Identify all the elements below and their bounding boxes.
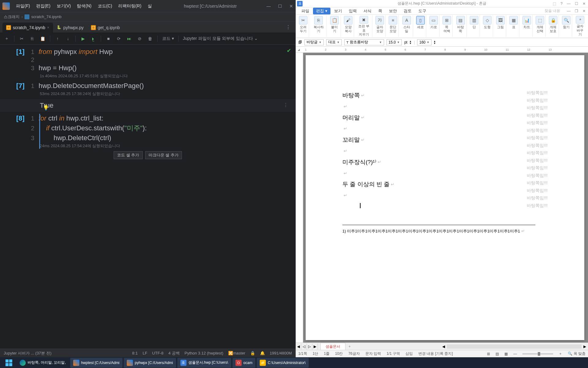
move-up-icon[interactable]: ↑ (55, 36, 61, 42)
menu-refactor[interactable]: 리팩터링(R) (116, 2, 144, 10)
taskbar-pycharm2[interactable]: pyhwpx [C:/Users/Admi (124, 358, 176, 368)
debug-cell-icon[interactable]: ⏵̤ (90, 36, 96, 42)
memory-indicator[interactable]: 1991/4800M (270, 351, 292, 355)
tab-pyhwpx[interactable]: 🐍 pyhwpx.py (53, 23, 87, 33)
menu-code[interactable]: 코드(C) (95, 2, 115, 10)
ribbon-group[interactable]: 📋붙이기 (328, 15, 341, 37)
ribbon-group[interactable]: ◇도형 (482, 15, 493, 37)
document-line[interactable]: 미주장식(?)¹⁾↵ (342, 156, 548, 169)
ribbon-group[interactable]: ⊞쪽여백 (441, 15, 453, 37)
ribbon-group[interactable]: 📊차트 (521, 15, 533, 37)
encoding[interactable]: UTF-8 (152, 351, 164, 355)
tab-first-icon[interactable]: ◀ (296, 343, 301, 350)
run-cell-icon[interactable]: ▶ (80, 36, 86, 42)
clear-output-icon[interactable]: ⊘ (137, 36, 143, 42)
view-mode-icon[interactable]: ▦ (504, 352, 508, 356)
help-icon[interactable]: ? (560, 2, 563, 6)
document-line[interactable]: 꼬리말↵ (342, 133, 548, 146)
restart-icon[interactable]: ⟳ (116, 36, 122, 42)
zoom-fit-button[interactable]: 🔍 폭 맞춤 (568, 351, 586, 356)
document-line[interactable]: 두 줄 이상의 빈 줄↵ (342, 178, 548, 191)
page-indicator[interactable]: 1/1쪽 (298, 351, 307, 356)
breadcrumb-item[interactable]: 스크래치 (4, 14, 20, 20)
close-icon[interactable]: ✕ (582, 2, 586, 6)
ribbon-group[interactable]: ▦표 (508, 15, 519, 37)
ribbon-group[interactable]: ▤바탕쪽 (454, 15, 467, 37)
minimize-icon[interactable]: — (266, 4, 271, 9)
hscroll-left-icon[interactable]: ◀ (440, 343, 447, 350)
input-mode[interactable]: 문자 입력 (365, 351, 381, 356)
ribbon-group[interactable]: A스타일 (401, 15, 413, 37)
menu-file[interactable]: 파일 (298, 8, 312, 14)
tab-last-icon[interactable]: ▶ (312, 343, 318, 350)
insert-mode[interactable]: 삽입 (405, 351, 413, 356)
zoom-combo[interactable]: 160▼ (417, 39, 432, 45)
font-size-combo[interactable]: 15.0▼ (386, 39, 402, 45)
doc-close-icon[interactable]: ✕ (582, 9, 586, 13)
menu-view[interactable]: 보기 (331, 8, 345, 14)
document-tab[interactable]: 샘플문서 (320, 343, 345, 350)
menu-input[interactable]: 입력 (346, 8, 360, 14)
para-style-combo[interactable]: 바탕글▼ (304, 39, 324, 45)
menu-view[interactable]: 보기(V) (54, 2, 74, 10)
git-branch[interactable]: 🔀master (228, 351, 245, 355)
zoom-slider[interactable] (522, 353, 553, 355)
add-tab-button[interactable]: + (345, 343, 354, 350)
menu-navigate[interactable]: 탐색(N) (74, 2, 94, 10)
cut-icon[interactable]: ✂ (19, 36, 25, 42)
breadcrumb-item[interactable]: scratch_74.ipynb (24, 14, 61, 19)
code-cell[interactable]: [7] 1 hwp.DeleteDocumentMasterPage() 53m… (0, 81, 296, 97)
maximize-icon[interactable]: ☐ (575, 2, 578, 6)
ribbon-group[interactable]: ᵃ글자바꾸기 (574, 15, 586, 37)
tab-next-icon[interactable]: ▷ (307, 343, 312, 350)
notifications-icon[interactable]: 🔔 (260, 351, 265, 355)
horizontal-scrollbar[interactable] (447, 344, 582, 349)
document-line[interactable]: ↵ (342, 169, 548, 178)
search-placeholder[interactable]: 찾을 내용 (545, 8, 560, 13)
document-page[interactable]: 바탕쪽임!!!바탕쪽임!!!바탕쪽임!!!바탕쪽임!!!바탕쪽임!!!바탕쪽임!… (306, 55, 584, 340)
menu-security[interactable]: 보안 (386, 8, 400, 14)
taskbar-ocam[interactable]: O ocam (232, 358, 255, 368)
tab-getq[interactable]: get_q.ipynb (87, 23, 123, 33)
code-cell[interactable]: [1] 1 from pyhwpx import Hwp 2 3 hwp = H… (0, 47, 296, 79)
cell-type-dropdown[interactable]: 코드 ▾ (162, 36, 174, 41)
doc-restore-icon[interactable]: ❐ (575, 9, 578, 13)
taskbar-hwp[interactable]: 호 샘플문서.hwp [C:\Users\ (177, 358, 231, 368)
ribbon-group[interactable]: ▭가로 (428, 15, 439, 37)
taskbar-pycharm1[interactable]: hwptest [C:/Users/Admi (70, 358, 123, 368)
style-icon[interactable]: 🗐 (298, 40, 302, 44)
document-line[interactable]: 머리말↵ (342, 111, 548, 124)
lang-combo[interactable]: 대표▼ (326, 39, 342, 45)
hscroll-right-icon[interactable]: ▶ (582, 343, 588, 350)
font-combo[interactable]: ᴛ 함초롬바탕▼ (344, 39, 384, 45)
maximize-icon[interactable]: ☐ (278, 4, 282, 9)
zoom-spinner-icon[interactable]: ▴▾ (434, 40, 435, 44)
close-tab-icon[interactable]: × (47, 25, 49, 30)
menu-page[interactable]: 쪽 (375, 8, 385, 14)
zoom-out-icon[interactable]: — (513, 352, 517, 356)
add-cell-icon[interactable]: ＋ (4, 36, 10, 42)
taskbar-edge[interactable]: 바탕쪽, 머리말, 꼬리말, (17, 358, 69, 368)
tab-prev-icon[interactable]: ◁ (301, 343, 307, 350)
indent[interactable]: 4 공백 (168, 351, 180, 356)
document-line[interactable]: ↵ (342, 102, 548, 111)
menu-format[interactable]: 서식 (360, 8, 375, 14)
document-line[interactable]: ↵ (342, 191, 548, 200)
menu-run[interactable]: 실 (145, 2, 154, 10)
code-line[interactable]: if ctrl.UserDesc.startswith("미주"): (39, 123, 296, 133)
ribbon-group[interactable]: ≡문단모양 (387, 15, 399, 37)
ribbon-group[interactable]: 가글자모양 (374, 15, 386, 37)
ribbon-group[interactable]: ▥단 (469, 15, 480, 37)
code-line[interactable]: for ctrl in hwp.ctrl_list: (39, 114, 296, 123)
document-line[interactable]: ↵ (342, 146, 548, 156)
taskbar-explorer[interactable]: 📁 C:\Users\Administrator\ (257, 358, 309, 368)
view-mode-icon[interactable]: ▤ (496, 352, 499, 356)
doc-minimize-icon[interactable]: — (567, 9, 571, 13)
line-separator[interactable]: LF (143, 351, 147, 355)
ribbon-group[interactable]: 🔒개체보호 (548, 15, 559, 37)
menu-edit[interactable]: 편집(E) (34, 2, 53, 10)
cursor-position[interactable]: 8:1 (132, 351, 138, 355)
lock-icon[interactable]: 🔒 (250, 351, 255, 355)
code-line[interactable]: from pyhwpx import Hwp (39, 47, 296, 56)
win-prev-icon[interactable]: ⬚ (553, 2, 556, 6)
